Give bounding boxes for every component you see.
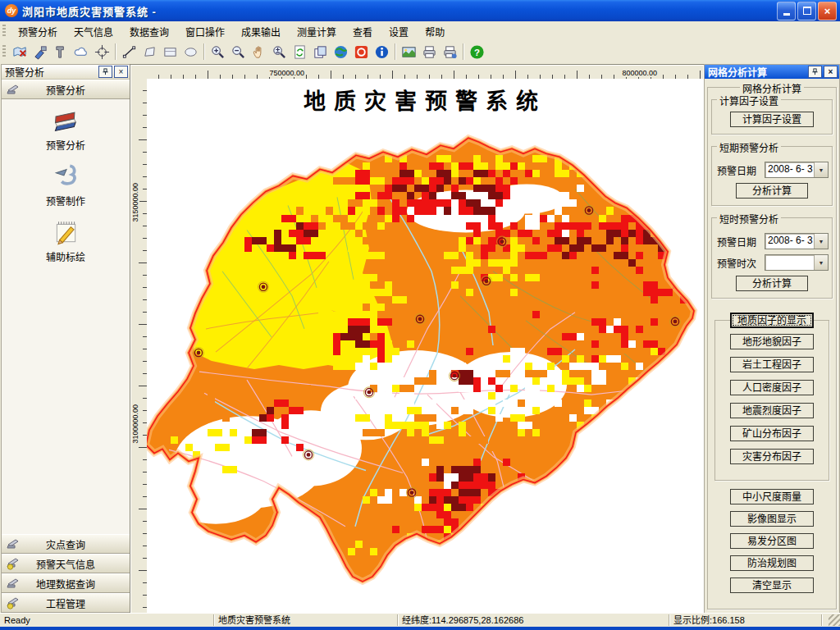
factor-button-5[interactable]: 灾害分布因子 [730,449,814,464]
toolbar-button-globe[interactable] [331,43,351,62]
menu-item-1[interactable]: 天气信息 [66,22,121,41]
status-ready: Ready [0,614,214,626]
short-time-times-combo[interactable]: ▼ [765,254,829,271]
toolbar-button-refresh[interactable] [290,43,310,62]
zoom-out-icon [231,44,246,60]
toolbar-button-ellipse[interactable] [180,43,201,62]
factor-display-group: 地质因子的显示 地形地貌因子岩土工程因子人口密度因子地震烈度因子矿山分布因子灾害… [714,320,829,481]
pin-button[interactable] [808,66,822,78]
shortcut-label: 预警分析 [2,138,130,152]
menu-item-7[interactable]: 设置 [381,22,417,41]
left-section-bar[interactable]: 预警分析 [2,80,130,99]
nav-bar-1[interactable]: 预警天气信息 [2,554,130,573]
factor-button-2[interactable]: 人口密度因子 [730,380,814,395]
map-area: 750000.00 800000.00 3150000.00 3100000.0… [130,64,705,615]
nav-bar-3[interactable]: 工程管理 [2,593,130,613]
left-panel-close-button[interactable]: × [114,66,128,78]
toolbar-button-zoom-out[interactable] [228,43,249,62]
nav-bar-0[interactable]: 灾点查询 [2,534,130,554]
shortcut-label: 辅助标绘 [2,249,130,263]
menu-item-4[interactable]: 成果输出 [233,22,289,41]
extra-button-1[interactable]: 影像图显示 [730,511,814,527]
extra-button-4[interactable]: 清空显示 [730,578,814,593]
right-panel-close-button[interactable]: × [824,66,838,78]
shortcut-items: 预警分析预警制作辅助标绘 [2,99,130,534]
minimize-button[interactable] [777,2,796,21]
toolbar-button-locate[interactable] [92,43,112,62]
short-term-analyze-button[interactable]: 分析计算 [736,183,808,199]
zoom-in-icon [210,44,226,60]
pin-button[interactable] [98,66,112,78]
size-grip[interactable] [829,614,840,626]
menu-item-2[interactable]: 数据查询 [121,22,177,41]
factor-display-button[interactable]: 地质因子的显示 [730,313,814,328]
toolbar-button-hammer[interactable] [51,43,71,62]
toolbar-separator [395,43,396,60]
extra-button-3[interactable]: 防治规划图 [730,555,814,571]
window-bottom-border [0,627,840,630]
menu-item-0[interactable]: 预警分析 [10,22,66,41]
toolbar-button-stop[interactable] [351,43,372,62]
toolbar-button-rectangle[interactable] [160,43,180,62]
right-panel-title: 网格分析计算 [708,65,806,79]
short-time-title: 短时预警分析 [717,212,781,226]
toolbar-button-polygon[interactable] [139,43,160,62]
short-time-times-value [765,255,814,270]
toolbar-button-line[interactable] [119,43,139,62]
menu-item-5[interactable]: 测量计算 [289,22,345,41]
toolbar-button-map-select[interactable] [10,43,30,62]
station-marker [670,316,681,326]
menu-bar: 预警分析天气信息数据查询窗口操作成果输出测量计算查看设置帮助 [0,21,840,42]
toolbar-button-pan[interactable] [249,43,269,62]
toolbar-button-print-setup[interactable] [440,43,460,62]
print-setup-icon [442,44,458,60]
short-time-analyze-button[interactable]: 分析计算 [736,276,808,291]
short-time-date-combo[interactable]: 2008- 6- 3 ▼ [765,233,829,249]
status-scale: 显示比例:166.158 [669,614,822,626]
factor-setup-title: 计算因子设置 [717,94,781,107]
toolbar-button-zoom-in[interactable] [208,43,228,62]
toolbar-button-paint[interactable] [30,43,51,62]
toolbar-button-info[interactable] [372,43,392,62]
factor-setup-button[interactable]: 计算因子设置 [730,112,814,127]
toolbar-grip[interactable] [2,45,6,58]
close-button[interactable]: × [818,2,837,21]
shortcut-0[interactable]: 预警分析 [2,106,130,152]
extra-button-0[interactable]: 中小尺度雨量 [730,489,814,504]
toolbar-button-print[interactable] [419,43,440,62]
bottom-bars: 灾点查询预警天气信息地理数据查询工程管理 [2,534,130,613]
menu-item-6[interactable]: 查看 [345,22,381,41]
nav-bar-label: 地理数据查询 [2,577,130,591]
map-canvas[interactable]: 地质灾害预警系统 [147,79,703,614]
extra-button-2[interactable]: 易发分区图 [730,533,814,549]
right-panel-header: 网格分析计算 × [705,65,839,79]
menu-item-8[interactable]: 帮助 [417,22,453,41]
dropdown-arrow-icon[interactable]: ▼ [814,255,828,270]
dropdown-arrow-icon[interactable]: ▼ [814,234,828,249]
menubar-grip[interactable] [2,25,6,38]
toolbar-button-image[interactable] [399,43,419,62]
factor-button-0[interactable]: 地形地貌因子 [730,334,814,349]
toolbar-button-cloud[interactable] [71,43,92,62]
nav-bar-2[interactable]: 地理数据查询 [2,573,130,593]
toolbar-button-help[interactable]: ? [467,43,487,62]
nav-bar-label: 预警天气信息 [2,557,130,571]
shortcut-1[interactable]: 预警制作 [2,162,130,208]
factor-button-3[interactable]: 地震烈度因子 [730,403,814,418]
dropdown-arrow-icon[interactable]: ▼ [814,162,828,177]
status-bar: Ready 地质灾害预警系统 经纬度:114.296875,28.162686 … [0,613,840,627]
nav-bar-label: 工程管理 [2,596,130,610]
toolbar-button-zoom-extent[interactable] [269,43,290,62]
factor-button-1[interactable]: 岩土工程因子 [730,357,814,372]
close-icon: × [824,5,831,17]
locate-icon [94,44,110,60]
restore-button[interactable] [797,2,816,21]
ruler-x-label-2: 800000.00 [621,69,658,77]
toolbar-button-layers[interactable] [310,43,331,62]
rectangle-icon [162,44,178,60]
shortcut-2[interactable]: 辅助标绘 [2,217,130,263]
short-term-date-combo[interactable]: 2008- 6- 3 ▼ [765,162,829,178]
menu-item-3[interactable]: 窗口操作 [177,22,233,41]
factor-button-4[interactable]: 矿山分布因子 [730,426,814,441]
short-time-date-value: 2008- 6- 3 [765,234,814,249]
